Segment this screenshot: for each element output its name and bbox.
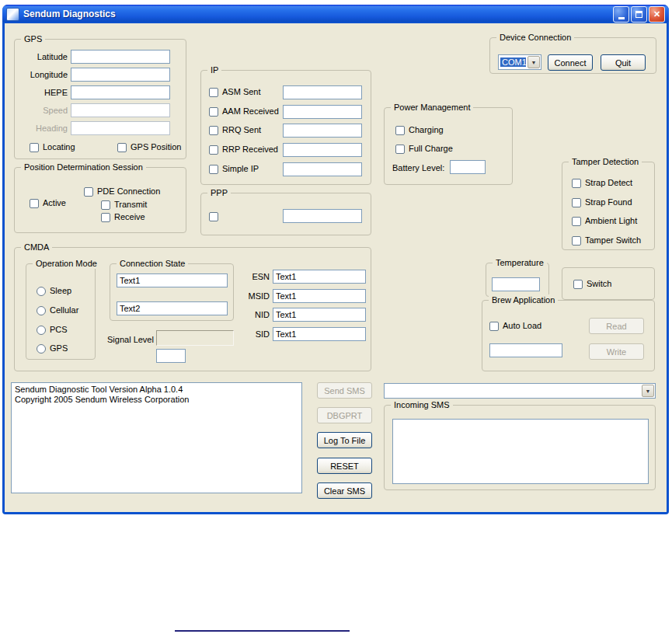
- hepe-input[interactable]: [71, 85, 170, 99]
- gps-mode-label: GPS: [50, 343, 68, 354]
- esn-input[interactable]: [273, 270, 366, 284]
- nid-input[interactable]: [273, 308, 366, 322]
- close-button[interactable]: ✕: [649, 6, 665, 23]
- signal-level-input[interactable]: [156, 349, 186, 363]
- title-bar[interactable]: Sendum Diagnostics ✕: [2, 5, 669, 23]
- cmda-group: CMDA Operation Mode Sleep Cellular PCS: [14, 247, 371, 371]
- maximize-button[interactable]: [631, 6, 647, 23]
- asm-sent-checkbox[interactable]: ASM Sent: [209, 87, 261, 97]
- sleep-radio[interactable]: Sleep: [37, 286, 71, 296]
- receive-checkbox[interactable]: Receive: [101, 212, 145, 222]
- speed-input: [71, 103, 170, 117]
- auto-load-label: Auto Load: [503, 321, 541, 331]
- locating-checkbox[interactable]: Locating: [30, 142, 75, 152]
- checkbox-icon: [209, 107, 218, 117]
- pcs-radio[interactable]: PCS: [37, 325, 68, 335]
- switch-label: Switch: [587, 279, 611, 289]
- rrq-sent-checkbox[interactable]: RRQ Sent: [209, 125, 261, 135]
- asm-sent-input[interactable]: [283, 85, 362, 99]
- radio-icon: [37, 326, 46, 335]
- active-checkbox[interactable]: Active: [30, 198, 66, 208]
- log-line-1: Sendum Diagnostic Tool Version Alpha 1.0…: [15, 385, 298, 395]
- checkbox-icon: [30, 143, 39, 152]
- quit-button[interactable]: Quit: [601, 54, 646, 71]
- log-to-file-button[interactable]: Log To File: [317, 432, 372, 448]
- checkbox-icon: [101, 200, 110, 210]
- longitude-input[interactable]: [71, 68, 170, 82]
- aam-received-checkbox[interactable]: AAM Received: [209, 106, 279, 117]
- checkbox-icon: [489, 322, 499, 331]
- footer-rule: [175, 630, 350, 632]
- checkbox-icon: [84, 187, 93, 197]
- send-sms-button[interactable]: Send SMS: [317, 382, 372, 399]
- rrp-received-checkbox[interactable]: RRP Received: [209, 145, 278, 155]
- simple-ip-checkbox[interactable]: Simple IP: [209, 164, 259, 174]
- battery-level-label: Battery Level:: [392, 163, 444, 173]
- sleep-label: Sleep: [50, 286, 71, 296]
- incoming-sms-textarea[interactable]: [392, 419, 649, 484]
- sid-input[interactable]: [273, 327, 366, 341]
- tamper-switch-checkbox[interactable]: Tamper Switch: [572, 235, 641, 246]
- gps-radio[interactable]: GPS: [37, 343, 68, 354]
- minimize-icon: [618, 17, 625, 19]
- msid-input[interactable]: [273, 289, 366, 303]
- ambient-light-checkbox[interactable]: Ambient Light: [572, 216, 637, 226]
- checkbox-icon: [572, 198, 581, 207]
- brew-application-title: Brew Application: [489, 294, 558, 305]
- log-line-2: Copyright 2005 Sendum Wireless Corporati…: [15, 395, 298, 405]
- speed-label: Speed: [16, 106, 68, 116]
- gps-position-checkbox[interactable]: GPS Position: [117, 142, 181, 152]
- cellular-radio[interactable]: Cellular: [37, 305, 78, 315]
- log-output[interactable]: Sendum Diagnostic Tool Version Alpha 1.0…: [11, 382, 302, 493]
- checkbox-icon: [572, 236, 581, 246]
- close-icon: ✕: [653, 10, 660, 19]
- device-connection-title: Device Connection: [496, 32, 574, 43]
- checkbox-icon: [395, 126, 405, 135]
- auto-load-checkbox[interactable]: Auto Load: [489, 321, 541, 331]
- sid-label: SID: [211, 329, 270, 340]
- strap-detect-checkbox[interactable]: Strap Detect: [572, 178, 632, 188]
- switch-checkbox[interactable]: Switch: [573, 279, 611, 289]
- checkbox-icon: [209, 126, 218, 135]
- temperature-title: Temperature: [493, 257, 547, 268]
- full-charge-checkbox[interactable]: Full Charge: [395, 144, 453, 154]
- aam-received-input[interactable]: [283, 105, 362, 119]
- chevron-down-icon: ▼: [528, 56, 540, 68]
- temperature-input[interactable]: [492, 277, 540, 291]
- msid-label: MSID: [211, 291, 270, 301]
- gps-position-label: GPS Position: [131, 142, 181, 152]
- rrq-sent-label: RRQ Sent: [222, 125, 261, 135]
- radio-icon: [37, 344, 46, 354]
- latitude-input[interactable]: [71, 50, 170, 64]
- sms-combobox[interactable]: ▼: [384, 383, 656, 399]
- brew-input[interactable]: [489, 343, 562, 357]
- minimize-button[interactable]: [613, 6, 629, 23]
- simple-ip-label: Simple IP: [222, 164, 259, 174]
- charging-checkbox[interactable]: Charging: [395, 125, 444, 135]
- connect-button[interactable]: Connect: [548, 54, 593, 71]
- strap-found-checkbox[interactable]: Strap Found: [572, 197, 632, 207]
- checkbox-icon: [209, 145, 218, 155]
- battery-level-input[interactable]: [450, 160, 486, 174]
- rrq-sent-input[interactable]: [283, 124, 362, 138]
- locating-label: Locating: [43, 142, 75, 152]
- checkbox-icon: [117, 143, 127, 152]
- ppp-input[interactable]: [283, 209, 362, 223]
- ppp-checkbox[interactable]: [209, 212, 218, 221]
- read-button[interactable]: Read: [589, 318, 644, 334]
- simple-ip-input[interactable]: [283, 162, 362, 176]
- transmit-checkbox[interactable]: Transmit: [101, 200, 147, 210]
- rrp-received-input[interactable]: [283, 143, 362, 157]
- write-button[interactable]: Write: [589, 343, 644, 360]
- clear-sms-button[interactable]: Clear SMS: [317, 482, 372, 499]
- strap-found-label: Strap Found: [585, 197, 632, 207]
- hepe-label: HEPE: [16, 88, 68, 98]
- ip-group: IP ASM Sent AAM Received RRQ Sent: [200, 70, 371, 185]
- com-port-combobox[interactable]: COM1 ▼: [498, 54, 541, 70]
- pde-connection-checkbox[interactable]: PDE Connection: [84, 186, 160, 197]
- switch-group: Switch: [562, 267, 655, 300]
- dbgprt-button[interactable]: DBGPRT: [317, 407, 372, 423]
- reset-button[interactable]: RESET: [317, 458, 372, 474]
- tamper-switch-label: Tamper Switch: [585, 235, 641, 246]
- signal-level-label: Signal Level: [107, 335, 154, 345]
